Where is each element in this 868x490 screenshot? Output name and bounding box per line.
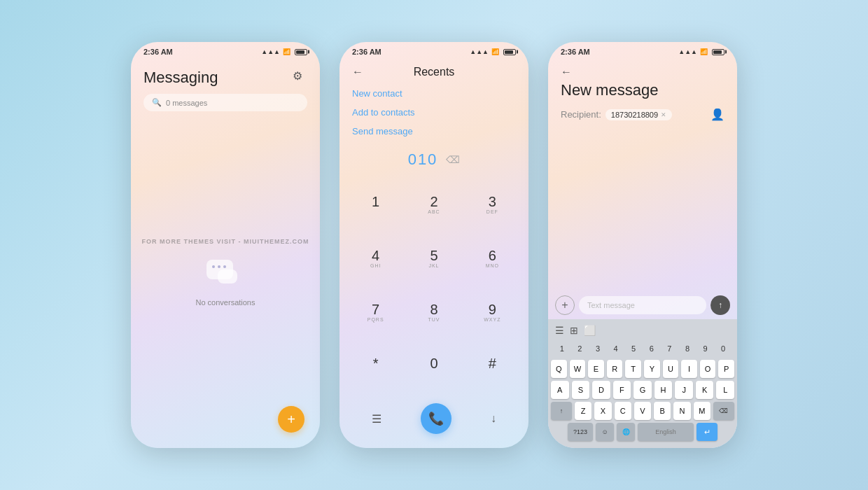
send-message-link[interactable]: Send message: [352, 126, 516, 136]
message-compose-area: [548, 127, 737, 291]
key-h[interactable]: H: [654, 381, 673, 399]
wifi-icon-3: 📶: [700, 48, 708, 55]
key-8[interactable]: 8TUV: [405, 286, 463, 340]
num-key-8[interactable]: 8: [679, 340, 696, 357]
empty-state: No conversations: [131, 118, 320, 448]
attach-button[interactable]: +: [555, 295, 575, 315]
chat-illustration: [206, 260, 245, 291]
compose-input-row: + Text message ↑: [548, 291, 737, 319]
search-bar[interactable]: 🔍 0 messages: [144, 94, 307, 111]
num-key-9[interactable]: 9: [697, 340, 714, 357]
new-contact-link[interactable]: New contact: [352, 88, 516, 99]
key-j[interactable]: J: [675, 381, 693, 399]
return-key[interactable]: ↵: [696, 423, 718, 441]
recipient-label: Recipient:: [561, 109, 601, 120]
wifi-icon-2: 📶: [491, 48, 499, 55]
emoji-key[interactable]: ☺: [596, 423, 614, 441]
key-b[interactable]: B: [654, 402, 671, 420]
key-star[interactable]: *: [346, 340, 405, 393]
contact-picker-icon[interactable]: 👤: [710, 108, 724, 121]
key-u[interactable]: U: [663, 360, 679, 378]
key-s[interactable]: S: [572, 381, 590, 399]
key-0[interactable]: 0: [405, 340, 463, 393]
shift-key[interactable]: ↑: [551, 402, 572, 420]
no-conversations-label: No conversations: [196, 298, 255, 307]
num-key-4[interactable]: 4: [608, 340, 624, 357]
key-r[interactable]: R: [607, 360, 623, 378]
messaging-header: Messaging ⚙: [131, 59, 320, 91]
send-button[interactable]: ↑: [710, 295, 730, 315]
key-m[interactable]: M: [694, 402, 710, 420]
key-d[interactable]: D: [592, 381, 610, 399]
key-v[interactable]: V: [634, 402, 651, 420]
key-o[interactable]: O: [700, 360, 716, 378]
settings-button[interactable]: ⚙: [288, 66, 307, 85]
key-9[interactable]: 9WXYZ: [463, 286, 522, 340]
key-q[interactable]: Q: [551, 360, 567, 378]
key-3[interactable]: 3DEF: [463, 177, 522, 231]
key-f[interactable]: F: [613, 381, 631, 399]
message-text-input[interactable]: Text message: [579, 296, 706, 314]
recipient-chip[interactable]: 18730218809 ✕: [606, 109, 672, 120]
down-button[interactable]: ↓: [491, 412, 496, 425]
keyboard-menu-icon[interactable]: ☰: [555, 325, 564, 336]
key-c[interactable]: C: [615, 402, 631, 420]
search-icon: 🔍: [152, 98, 162, 107]
bubble-2: [218, 270, 237, 284]
keyboard-row-asdf: A S D F G H J K L: [551, 381, 734, 399]
search-placeholder: 0 messages: [166, 99, 207, 107]
key-l[interactable]: L: [716, 381, 734, 399]
num-key-3[interactable]: 3: [589, 340, 606, 357]
dialer-header: ← Recents: [340, 59, 528, 83]
num-key-2[interactable]: 2: [572, 340, 589, 357]
num-key-1[interactable]: 1: [554, 340, 570, 357]
num-key-6[interactable]: 6: [643, 340, 660, 357]
space-key[interactable]: English: [638, 423, 694, 441]
dialed-number: 010: [408, 150, 438, 169]
call-button[interactable]: 📞: [421, 403, 451, 434]
key-w[interactable]: W: [570, 360, 586, 378]
key-a[interactable]: A: [551, 381, 569, 399]
key-7[interactable]: 7PQRS: [346, 286, 405, 340]
key-p[interactable]: P: [718, 360, 734, 378]
key-y[interactable]: Y: [644, 360, 660, 378]
back-button-newmsg[interactable]: ←: [561, 66, 724, 78]
back-button-dialer[interactable]: ←: [352, 66, 363, 78]
key-4[interactable]: 4GHI: [346, 231, 405, 285]
key-g[interactable]: G: [634, 381, 652, 399]
status-icons-1: ▲▲▲ 📶: [261, 48, 307, 55]
num-key-0[interactable]: 0: [715, 340, 732, 357]
key-6[interactable]: 6MNO: [463, 231, 522, 285]
status-time-2: 2:36 AM: [352, 48, 382, 56]
key-5[interactable]: 5JKL: [405, 231, 463, 285]
symbols-key[interactable]: ?123: [568, 423, 593, 441]
key-i[interactable]: I: [681, 360, 697, 378]
keyboard-row-zxcv: ↑ Z X C V B N M ⌫: [551, 402, 734, 420]
num-key-7[interactable]: 7: [662, 340, 678, 357]
keyboard-grid-icon[interactable]: ⊞: [570, 325, 578, 336]
compose-button[interactable]: +: [278, 406, 304, 433]
key-t[interactable]: T: [625, 360, 641, 378]
phone-messaging: 2:36 AM ▲▲▲ 📶 Messaging ⚙ 🔍 0 messages: [131, 42, 320, 448]
delete-digit-button[interactable]: ⌫: [446, 154, 460, 165]
remove-recipient-button[interactable]: ✕: [661, 111, 666, 118]
key-e[interactable]: E: [588, 360, 604, 378]
key-1[interactable]: 1: [346, 177, 405, 231]
key-x[interactable]: X: [594, 402, 611, 420]
menu-button[interactable]: ☰: [372, 412, 382, 426]
dialer-bottom-bar: ☰ 📞 ↓: [340, 396, 528, 448]
key-2[interactable]: 2ABC: [405, 177, 463, 231]
status-time-3: 2:36 AM: [561, 48, 590, 56]
key-n[interactable]: N: [673, 402, 690, 420]
keyboard: ☰ ⊞ ⬜ 1 2 3 4 5 6 7 8 9 0 Q W E R: [548, 319, 737, 448]
key-hash[interactable]: #: [463, 340, 522, 393]
new-message-title: New message: [561, 81, 658, 99]
backspace-key[interactable]: ⌫: [713, 402, 734, 420]
recents-title: Recents: [414, 66, 455, 78]
add-to-contacts-link[interactable]: Add to contacts: [352, 107, 516, 118]
num-key-5[interactable]: 5: [625, 340, 642, 357]
key-z[interactable]: Z: [575, 402, 592, 420]
key-k[interactable]: K: [696, 381, 714, 399]
keyboard-clipboard-icon[interactable]: ⬜: [584, 325, 596, 336]
language-key[interactable]: 🌐: [617, 423, 635, 441]
